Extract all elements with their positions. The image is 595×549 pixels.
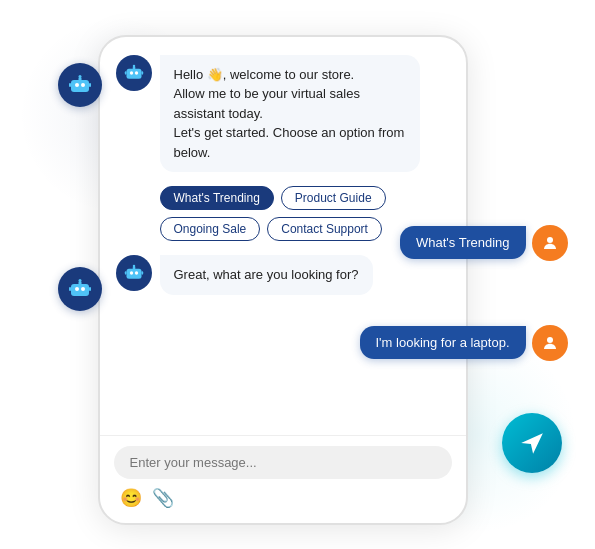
svg-point-8 xyxy=(129,271,132,274)
bot-greeting-line2: Allow me to be your virtual sales assist… xyxy=(174,86,360,121)
float-bubble-laptop: I'm looking for a laptop. xyxy=(360,326,526,359)
svg-rect-21 xyxy=(71,284,89,296)
send-button[interactable] xyxy=(502,413,562,473)
left-bot-avatar-1 xyxy=(58,63,102,107)
svg-rect-14 xyxy=(71,80,89,92)
bot-avatar-1 xyxy=(116,55,152,91)
right-floating-msg-2: I'm looking for a laptop. xyxy=(360,325,568,361)
bot-bubble-1: Hello 👋, welcome to our store. Allow me … xyxy=(160,55,420,173)
float-user-avatar-2 xyxy=(532,325,568,361)
bot-avatar-2 xyxy=(116,255,152,291)
float-bubble-trending: What's Trending xyxy=(400,226,526,259)
svg-rect-27 xyxy=(89,287,91,291)
svg-point-23 xyxy=(81,287,85,291)
option-btn-trending[interactable]: What's Trending xyxy=(160,186,274,210)
bot-greeting-line1: Hello 👋, welcome to our store. xyxy=(174,67,355,82)
phone-frame: Hello 👋, welcome to our store. Allow me … xyxy=(98,35,468,525)
svg-rect-0 xyxy=(126,68,141,78)
svg-point-18 xyxy=(78,75,81,78)
input-icons-row: 😊 📎 xyxy=(114,487,452,509)
svg-rect-20 xyxy=(89,83,91,87)
svg-point-11 xyxy=(132,265,135,268)
svg-rect-26 xyxy=(69,287,71,291)
emoji-icon[interactable]: 😊 xyxy=(120,487,142,509)
option-btn-contact-support[interactable]: Contact Support xyxy=(267,217,382,241)
option-btn-product-guide[interactable]: Product Guide xyxy=(281,186,386,210)
input-area: 😊 📎 xyxy=(100,435,466,523)
svg-point-9 xyxy=(134,271,137,274)
svg-point-25 xyxy=(78,279,81,282)
right-floating-msg-1: What's Trending xyxy=(400,225,568,261)
float-user-avatar-1 xyxy=(532,225,568,261)
svg-point-2 xyxy=(134,71,137,74)
svg-rect-12 xyxy=(124,271,126,274)
option-btn-ongoing-sale[interactable]: Ongoing Sale xyxy=(160,217,261,241)
bot-message-2: Great, what are you looking for? xyxy=(116,255,450,295)
svg-point-1 xyxy=(129,71,132,74)
svg-point-16 xyxy=(81,83,85,87)
bot-greeting-line3: Let's get started. Choose an option from… xyxy=(174,125,405,160)
attach-icon[interactable]: 📎 xyxy=(152,487,174,509)
input-row xyxy=(114,446,452,479)
svg-rect-19 xyxy=(69,83,71,87)
svg-rect-5 xyxy=(124,71,126,74)
bot-second-message-text: Great, what are you looking for? xyxy=(174,267,359,282)
bot-message-1: Hello 👋, welcome to our store. Allow me … xyxy=(116,55,450,173)
svg-point-29 xyxy=(547,337,553,343)
message-input[interactable] xyxy=(130,455,436,470)
svg-rect-13 xyxy=(141,271,143,274)
left-bot-avatar-2 xyxy=(58,267,102,311)
bot-bubble-2: Great, what are you looking for? xyxy=(160,255,373,295)
svg-point-4 xyxy=(132,64,135,67)
svg-rect-6 xyxy=(141,71,143,74)
svg-point-28 xyxy=(547,237,553,243)
svg-point-15 xyxy=(75,83,79,87)
scene: Hello 👋, welcome to our store. Allow me … xyxy=(18,15,578,535)
svg-point-22 xyxy=(75,287,79,291)
svg-rect-7 xyxy=(126,269,141,279)
